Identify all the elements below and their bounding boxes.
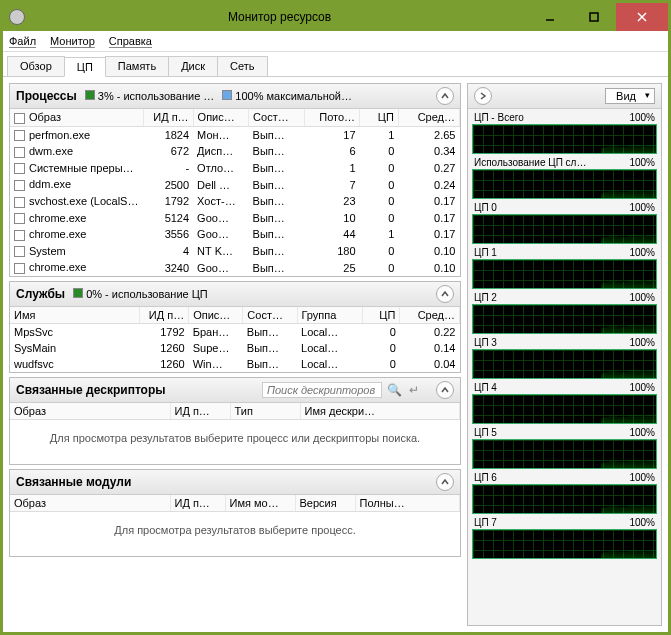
tab-ЦП[interactable]: ЦП (64, 57, 106, 77)
modules-section: Связанные модули ОбразИД п…Имя мо…Версия… (9, 469, 461, 557)
table-row[interactable]: svchost.exe (LocalS…1792Хост-…Вып…2300.1… (10, 193, 460, 210)
graph-percent: 100% (629, 202, 655, 213)
cell: Goo… (193, 210, 248, 227)
table-row[interactable]: wudfsvc1260Win…Вып…Local…00.04 (10, 356, 460, 372)
handles-title: Связанные дескрипторы (16, 383, 166, 397)
cell: 0 (360, 176, 399, 193)
table-row[interactable]: chrome.exe5124Goo…Вып…1000.17 (10, 210, 460, 227)
cell: Вып… (249, 176, 304, 193)
column-header[interactable]: Образ (10, 403, 170, 420)
cell: 0 (360, 143, 399, 160)
graph-label: ЦП 1 (474, 247, 497, 258)
cell: Local… (297, 323, 362, 340)
row-checkbox[interactable] (14, 147, 25, 158)
row-checkbox[interactable] (14, 180, 25, 191)
row-checkbox[interactable] (14, 197, 25, 208)
view-dropdown[interactable]: Вид (605, 88, 655, 104)
column-header[interactable]: Опис… (193, 109, 248, 126)
column-header[interactable]: Имя мо… (225, 495, 295, 512)
table-row[interactable]: chrome.exe3240Goo…Вып…2500.10 (10, 259, 460, 276)
cell: 0.14 (400, 340, 460, 356)
graph-label: Использование ЦП сл… (474, 157, 586, 168)
tab-Диск[interactable]: Диск (168, 56, 218, 76)
cell: 0.17 (398, 210, 459, 227)
table-row[interactable]: perfmon.exe1824Мон…Вып…1712.65 (10, 126, 460, 143)
table-row[interactable]: SysMain1260Supe…Вып…Local…00.14 (10, 340, 460, 356)
column-header[interactable]: Сред… (398, 109, 459, 126)
column-header[interactable]: ИД п… (140, 307, 189, 324)
handles-header[interactable]: Связанные дескрипторы 🔍 ↵ (10, 378, 460, 403)
column-header[interactable]: Образ (10, 109, 143, 126)
column-header[interactable]: Группа (297, 307, 362, 324)
checkbox-all[interactable] (14, 113, 25, 124)
cell: Вып… (243, 356, 297, 372)
graph-percent: 100% (629, 157, 655, 168)
column-header[interactable]: ИД п… (170, 495, 225, 512)
tab-Обзор[interactable]: Обзор (7, 56, 65, 76)
column-header[interactable]: Образ (10, 495, 170, 512)
services-title: Службы (16, 287, 65, 301)
handle-search-input[interactable] (262, 382, 382, 398)
collapse-button[interactable] (436, 381, 454, 399)
titlebar: Монитор ресурсов (3, 3, 668, 31)
menu-monitor[interactable]: Монитор (50, 35, 95, 47)
cell: 0.10 (398, 243, 459, 260)
modules-header[interactable]: Связанные модули (10, 470, 460, 495)
column-header[interactable]: Имя (10, 307, 140, 324)
row-checkbox[interactable] (14, 246, 25, 257)
column-header[interactable]: Версия (295, 495, 355, 512)
modules-title: Связанные модули (16, 475, 131, 489)
tab-Память[interactable]: Память (105, 56, 169, 76)
cell: SysMain (10, 340, 140, 356)
table-row[interactable]: MpsSvc1792Бран…Вып…Local…00.22 (10, 323, 460, 340)
tab-Сеть[interactable]: Сеть (217, 56, 267, 76)
graph-block: Использование ЦП сл…100% (472, 156, 657, 199)
cell: chrome.exe (10, 226, 143, 243)
collapse-button[interactable] (436, 473, 454, 491)
column-header[interactable]: Тип (230, 403, 300, 420)
cell: 0 (362, 340, 400, 356)
column-header[interactable]: Полны… (355, 495, 460, 512)
services-header[interactable]: Службы 0% - использование ЦП (10, 282, 460, 307)
cell: 0.24 (398, 176, 459, 193)
table-row[interactable]: Системные преры…-Отло…Вып…100.27 (10, 160, 460, 177)
minimize-button[interactable] (528, 3, 572, 31)
row-checkbox[interactable] (14, 213, 25, 224)
menu-help[interactable]: Справка (109, 35, 152, 47)
menu-file[interactable]: Файл (9, 35, 36, 47)
graphs-container[interactable]: ЦП - Всего100%Использование ЦП сл…100%ЦП… (468, 109, 661, 625)
collapse-button[interactable] (436, 285, 454, 303)
search-clear-icon[interactable]: ↵ (406, 382, 422, 398)
close-button[interactable] (616, 3, 668, 31)
row-checkbox[interactable] (14, 163, 25, 174)
svg-rect-1 (590, 13, 598, 21)
column-header[interactable]: Имя дескри… (300, 403, 460, 420)
freq-swatch-icon (222, 90, 232, 100)
table-row[interactable]: ddm.exe2500Dell …Вып…700.24 (10, 176, 460, 193)
column-header[interactable]: ЦП (362, 307, 400, 324)
column-header[interactable]: Пото… (304, 109, 359, 126)
collapse-right-button[interactable] (474, 87, 492, 105)
row-checkbox[interactable] (14, 263, 25, 274)
processes-header[interactable]: Процессы 3% - использование … 100% макси… (10, 84, 460, 109)
column-header[interactable]: ЦП (360, 109, 399, 126)
search-icon[interactable]: 🔍 (386, 382, 402, 398)
column-header[interactable]: ИД п… (170, 403, 230, 420)
table-row[interactable]: System4NT K…Вып…18000.10 (10, 243, 460, 260)
table-row[interactable]: dwm.exe672Дисп…Вып…600.34 (10, 143, 460, 160)
column-header[interactable]: Опис… (189, 307, 243, 324)
collapse-button[interactable] (436, 87, 454, 105)
table-row[interactable]: chrome.exe3556Goo…Вып…4410.17 (10, 226, 460, 243)
column-header[interactable]: Сост… (243, 307, 297, 324)
row-checkbox[interactable] (14, 230, 25, 241)
row-checkbox[interactable] (14, 130, 25, 141)
column-header[interactable]: ИД п… (143, 109, 193, 126)
chevron-right-icon (478, 91, 488, 101)
column-header[interactable]: Сред… (400, 307, 460, 324)
cell: Goo… (193, 259, 248, 276)
column-header[interactable]: Сост… (249, 109, 304, 126)
handles-section: Связанные дескрипторы 🔍 ↵ ОбразИД п…ТипИ… (9, 377, 461, 465)
graph-label: ЦП - Всего (474, 112, 524, 123)
window-title: Монитор ресурсов (31, 10, 528, 24)
maximize-button[interactable] (572, 3, 616, 31)
